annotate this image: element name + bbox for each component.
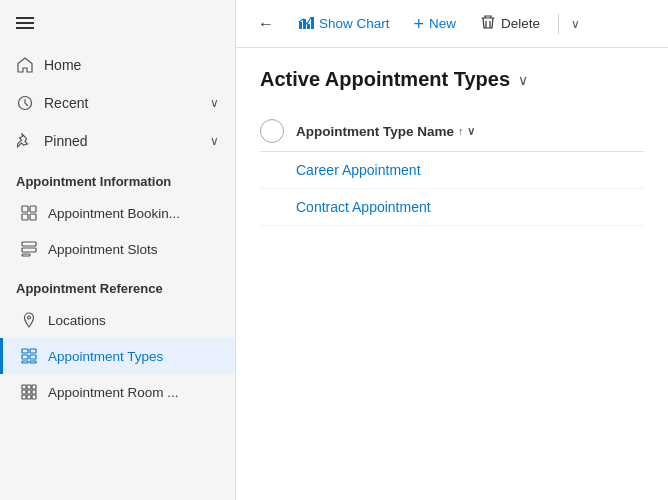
sidebar-recent-label: Recent <box>44 95 88 111</box>
svg-rect-13 <box>30 349 36 353</box>
svg-rect-1 <box>16 22 34 24</box>
career-appointment-link[interactable]: Career Appointment <box>296 162 421 178</box>
svg-rect-4 <box>22 206 28 212</box>
appointment-room-label: Appointment Room ... <box>48 385 179 400</box>
column-header-label: Appointment Type Name <box>296 124 454 139</box>
svg-rect-22 <box>27 390 31 394</box>
toolbar: ← Show Chart + New <box>236 0 668 48</box>
svg-rect-15 <box>30 355 36 359</box>
location-icon <box>20 311 38 329</box>
slots-icon <box>20 240 38 258</box>
appointment-reference-header: Appointment Reference <box>0 267 235 302</box>
svg-point-11 <box>28 316 31 319</box>
svg-rect-10 <box>22 254 30 256</box>
svg-rect-2 <box>16 27 34 29</box>
sidebar-item-appointment-booking[interactable]: Appointment Bookin... <box>0 195 235 231</box>
menu-icon <box>16 14 34 32</box>
appointment-types-label: Appointment Types <box>48 349 163 364</box>
appointment-booking-label: Appointment Bookin... <box>48 206 180 221</box>
sidebar-home-label: Home <box>44 57 81 73</box>
back-icon: ← <box>258 15 274 33</box>
sidebar-item-recent[interactable]: Recent ∨ <box>0 84 235 122</box>
appointment-types-icon <box>20 347 38 365</box>
content-area: Active Appointment Types ∨ Appointment T… <box>236 48 668 500</box>
svg-rect-18 <box>22 385 26 389</box>
svg-rect-6 <box>22 214 28 220</box>
sidebar: Home Recent ∨ Pinned ∨ Appointment Infor… <box>0 0 236 500</box>
svg-rect-25 <box>27 395 31 399</box>
svg-rect-26 <box>32 395 36 399</box>
main-content: ← Show Chart + New <box>236 0 668 500</box>
pinned-chevron-icon: ∨ <box>210 134 219 148</box>
table-row[interactable]: Contract Appointment <box>260 189 644 226</box>
svg-rect-5 <box>30 206 36 212</box>
locations-label: Locations <box>48 313 106 328</box>
svg-rect-9 <box>22 248 36 252</box>
toolbar-divider <box>558 14 559 34</box>
svg-rect-23 <box>32 390 36 394</box>
appointment-room-icon <box>20 383 38 401</box>
select-all-checkbox[interactable] <box>260 119 284 143</box>
svg-rect-0 <box>16 17 34 19</box>
show-chart-label: Show Chart <box>319 16 390 31</box>
svg-rect-30 <box>311 17 314 29</box>
sidebar-item-pinned[interactable]: Pinned ∨ <box>0 122 235 160</box>
svg-rect-12 <box>22 349 28 353</box>
pin-icon <box>16 132 34 150</box>
svg-rect-24 <box>22 395 26 399</box>
grid-header: Appointment Type Name ↑ ∨ <box>260 111 644 152</box>
svg-rect-16 <box>22 361 28 363</box>
clock-icon <box>16 94 34 112</box>
chart-icon <box>298 14 314 33</box>
hamburger-button[interactable] <box>0 0 235 46</box>
appointment-information-header: Appointment Information <box>0 160 235 195</box>
page-title: Active Appointment Types <box>260 68 510 91</box>
title-chevron-icon[interactable]: ∨ <box>518 72 528 88</box>
recent-chevron-icon: ∨ <box>210 96 219 110</box>
svg-rect-8 <box>22 242 36 246</box>
svg-rect-20 <box>32 385 36 389</box>
sidebar-pinned-label: Pinned <box>44 133 88 149</box>
sidebar-item-appointment-room[interactable]: Appointment Room ... <box>0 374 235 410</box>
home-icon <box>16 56 34 74</box>
svg-rect-7 <box>30 214 36 220</box>
trash-icon <box>480 14 496 33</box>
sort-icon: ↑ ∨ <box>458 125 475 138</box>
svg-rect-27 <box>299 22 302 29</box>
back-button[interactable]: ← <box>248 9 284 39</box>
column-header-appointment-type-name[interactable]: Appointment Type Name ↑ ∨ <box>296 124 475 139</box>
svg-rect-29 <box>307 24 310 29</box>
appointment-slots-label: Appointment Slots <box>48 242 158 257</box>
sidebar-item-home[interactable]: Home <box>0 46 235 84</box>
contract-appointment-link[interactable]: Contract Appointment <box>296 199 431 215</box>
sidebar-item-locations[interactable]: Locations <box>0 302 235 338</box>
new-button[interactable]: + New <box>404 9 467 39</box>
svg-rect-21 <box>22 390 26 394</box>
svg-rect-17 <box>30 361 36 363</box>
new-label: New <box>429 16 456 31</box>
plus-icon: + <box>414 15 425 33</box>
table-row[interactable]: Career Appointment <box>260 152 644 189</box>
svg-rect-14 <box>22 355 28 359</box>
delete-label: Delete <box>501 16 540 31</box>
toolbar-more-chevron[interactable]: ∨ <box>567 11 584 37</box>
page-title-row: Active Appointment Types ∨ <box>260 68 644 91</box>
delete-button[interactable]: Delete <box>470 8 550 39</box>
grid-small-icon <box>20 204 38 222</box>
sidebar-item-appointment-types[interactable]: Appointment Types <box>0 338 235 374</box>
sidebar-item-appointment-slots[interactable]: Appointment Slots <box>0 231 235 267</box>
svg-rect-19 <box>27 385 31 389</box>
show-chart-button[interactable]: Show Chart <box>288 8 400 39</box>
